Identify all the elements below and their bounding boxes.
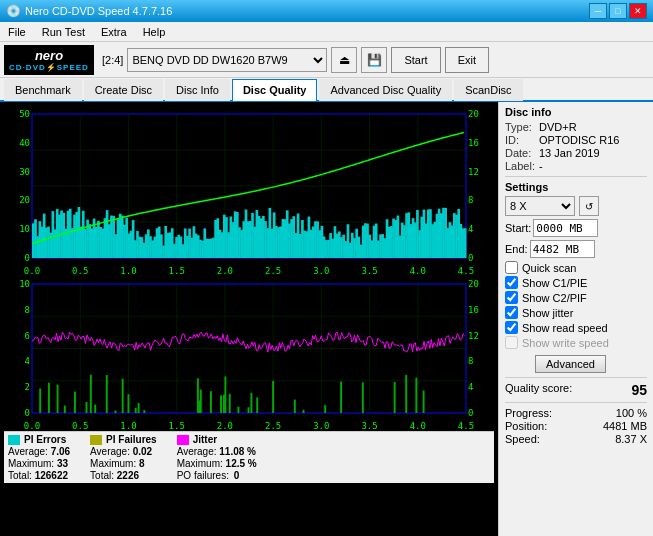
show-jitter-row: Show jitter <box>505 306 647 319</box>
disc-date-label: Date: <box>505 147 535 159</box>
speed-value: 8.37 X <box>615 433 647 445</box>
legend-pi-failures: PI Failures Average: 0.02 Maximum: 8 Tot… <box>90 434 157 481</box>
show-c1-row: Show C1/PIE <box>505 276 647 289</box>
divider-2 <box>505 377 647 378</box>
pi-errors-avg-label: Average: <box>8 446 48 457</box>
divider-3 <box>505 402 647 403</box>
show-c1-checkbox[interactable] <box>505 276 518 289</box>
pi-failures-title: PI Failures <box>106 434 157 445</box>
pi-errors-color-box <box>8 435 20 445</box>
show-write-speed-label: Show write speed <box>522 337 609 349</box>
quality-score-value: 95 <box>631 382 647 398</box>
drive-select[interactable]: BENQ DVD DD DW1620 B7W9 <box>127 48 327 72</box>
tab-advanced-disc-quality[interactable]: Advanced Disc Quality <box>319 79 452 101</box>
disc-info-title: Disc info <box>505 106 647 118</box>
jitter-title: Jitter <box>193 434 217 445</box>
show-read-speed-row: Show read speed <box>505 321 647 334</box>
jitter-avg-label: Average: <box>177 446 217 457</box>
end-input[interactable] <box>530 240 595 258</box>
start-button[interactable]: Start <box>391 47 440 73</box>
menu-help[interactable]: Help <box>135 24 174 40</box>
legend-jitter: Jitter Average: 11.08 % Maximum: 12.5 % … <box>177 434 257 481</box>
speed-label: Speed: <box>505 433 540 445</box>
pi-errors-max-value: 33 <box>57 458 68 469</box>
nero-logo: nero CD·DVD⚡SPEED <box>4 45 94 75</box>
tab-scandisc[interactable]: ScanDisc <box>454 79 522 101</box>
toolbar: nero CD·DVD⚡SPEED [2:4] BENQ DVD DD DW16… <box>0 42 653 78</box>
disc-id-label: ID: <box>505 134 535 146</box>
disc-date-row: Date: 13 Jan 2019 <box>505 147 647 159</box>
show-c2-checkbox[interactable] <box>505 291 518 304</box>
save-icon-btn[interactable]: 💾 <box>361 47 387 73</box>
settings-title: Settings <box>505 181 647 193</box>
main-content: PI Errors Average: 7.06 Maximum: 33 Tota… <box>0 102 653 536</box>
disc-label-label: Label: <box>505 160 535 172</box>
chart-area: PI Errors Average: 7.06 Maximum: 33 Tota… <box>0 102 498 536</box>
quality-score-row: Quality score: 95 <box>505 382 647 398</box>
pi-failures-color-box <box>90 435 102 445</box>
po-failures-value: 0 <box>234 470 240 481</box>
progress-row: Progress: 100 % <box>505 407 647 419</box>
start-input[interactable] <box>533 219 598 237</box>
bottom-chart <box>4 276 494 431</box>
disc-type-row: Type: DVD+R <box>505 121 647 133</box>
show-read-speed-label: Show read speed <box>522 322 608 334</box>
pi-errors-title: PI Errors <box>24 434 66 445</box>
show-jitter-label: Show jitter <box>522 307 573 319</box>
jitter-avg-value: 11.08 % <box>219 446 256 457</box>
end-row: End: <box>505 240 647 258</box>
exit-button[interactable]: Exit <box>445 47 489 73</box>
advanced-button[interactable]: Advanced <box>535 355 606 373</box>
po-failures-title: PO failures: <box>177 470 229 481</box>
show-c1-label: Show C1/PIE <box>522 277 587 289</box>
legend-pi-errors: PI Errors Average: 7.06 Maximum: 33 Tota… <box>8 434 70 481</box>
show-c2-label: Show C2/PIF <box>522 292 587 304</box>
disc-type-value: DVD+R <box>539 121 577 133</box>
tab-disc-quality[interactable]: Disc Quality <box>232 79 318 101</box>
tab-disc-info[interactable]: Disc Info <box>165 79 230 101</box>
top-chart <box>4 106 494 276</box>
quick-scan-label: Quick scan <box>522 262 576 274</box>
quick-scan-row: Quick scan <box>505 261 647 274</box>
show-read-speed-checkbox[interactable] <box>505 321 518 334</box>
show-write-speed-checkbox <box>505 336 518 349</box>
end-label: End: <box>505 243 528 255</box>
position-row: Position: 4481 MB <box>505 420 647 432</box>
drive-label: [2:4] <box>102 54 123 66</box>
show-c2-row: Show C2/PIF <box>505 291 647 304</box>
title-bar: 💿 Nero CD-DVD Speed 4.7.7.16 ─ □ ✕ <box>0 0 653 22</box>
speed-select[interactable]: 8 X 1 X 2 X 4 X Max <box>505 196 575 216</box>
pi-failures-total-label: Total: <box>90 470 114 481</box>
eject-icon-btn[interactable]: ⏏ <box>331 47 357 73</box>
jitter-max-label: Maximum: <box>177 458 223 469</box>
tab-benchmark[interactable]: Benchmark <box>4 79 82 101</box>
menu-extra[interactable]: Extra <box>93 24 135 40</box>
quality-score-label: Quality score: <box>505 382 572 398</box>
progress-value: 100 % <box>616 407 647 419</box>
disc-id-value: OPTODISC R16 <box>539 134 620 146</box>
maximize-btn[interactable]: □ <box>609 3 627 19</box>
menu-file[interactable]: File <box>0 24 34 40</box>
pi-errors-total-label: Total: <box>8 470 32 481</box>
quick-scan-checkbox[interactable] <box>505 261 518 274</box>
pi-errors-total-value: 126622 <box>35 470 68 481</box>
minimize-btn[interactable]: ─ <box>589 3 607 19</box>
speed-row-2: Speed: 8.37 X <box>505 433 647 445</box>
refresh-icon-btn[interactable]: ↺ <box>579 196 599 216</box>
tab-bar: Benchmark Create Disc Disc Info Disc Qua… <box>0 78 653 102</box>
tab-create-disc[interactable]: Create Disc <box>84 79 163 101</box>
disc-label-row: Label: - <box>505 160 647 172</box>
disc-id-row: ID: OPTODISC R16 <box>505 134 647 146</box>
close-btn[interactable]: ✕ <box>629 3 647 19</box>
pi-failures-max-value: 8 <box>139 458 145 469</box>
right-panel: Disc info Type: DVD+R ID: OPTODISC R16 D… <box>498 102 653 536</box>
show-write-speed-row: Show write speed <box>505 336 647 349</box>
disc-date-value: 13 Jan 2019 <box>539 147 600 159</box>
pi-errors-avg-value: 7.06 <box>51 446 70 457</box>
jitter-max-value: 12.5 % <box>226 458 257 469</box>
pi-failures-total-value: 2226 <box>117 470 139 481</box>
menu-run-test[interactable]: Run Test <box>34 24 93 40</box>
legend-area: PI Errors Average: 7.06 Maximum: 33 Tota… <box>4 431 494 483</box>
show-jitter-checkbox[interactable] <box>505 306 518 319</box>
progress-area: Progress: 100 % Position: 4481 MB Speed:… <box>505 407 647 445</box>
